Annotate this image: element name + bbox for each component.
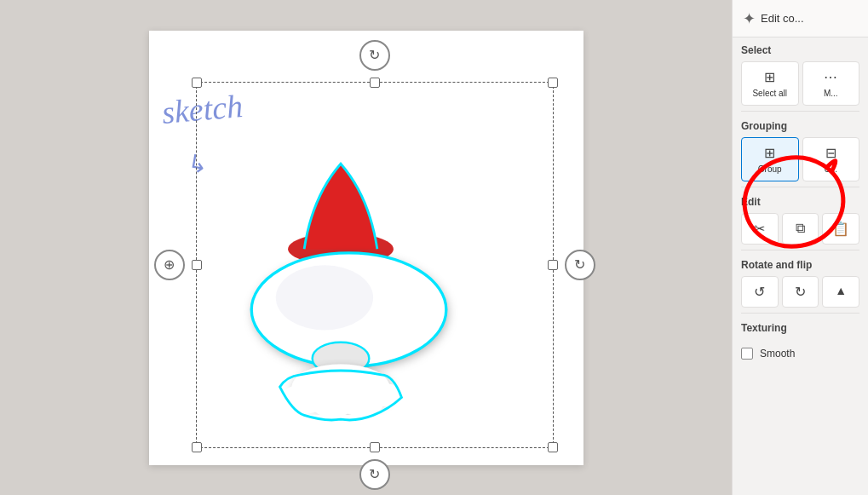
edit-section: Edit ✂ ⧉ 📋: [733, 189, 868, 248]
handle-br[interactable]: [548, 442, 558, 452]
select-more-icon: ⋯: [824, 69, 837, 85]
handle-tr[interactable]: [548, 78, 558, 88]
right-panel: ✦ Edit co... Select ⊞ Select all ⋯ M... …: [732, 0, 868, 495]
smooth-label: Smooth: [760, 348, 795, 360]
panel-header: ✦ Edit co...: [733, 0, 868, 37]
handle-bc[interactable]: [370, 442, 380, 452]
group-button[interactable]: ⊞ Group: [741, 137, 799, 181]
rotate-flip-buttons-row: ↺ ↻ ▲: [741, 276, 859, 308]
mushroom-object: [192, 99, 490, 440]
grouping-section-label: Grouping: [741, 120, 859, 132]
handle-mr[interactable]: [548, 260, 558, 270]
divider-2: [741, 187, 859, 187]
svg-point-3: [275, 265, 372, 330]
paste-icon: 📋: [832, 221, 849, 237]
select-more-button[interactable]: ⋯ M...: [802, 61, 860, 106]
grouping-buttons-row: ⊞ Group ⊟ U...: [741, 137, 859, 181]
select-section-label: Select: [741, 44, 859, 56]
texturing-label: Texturing: [741, 322, 859, 334]
smooth-row: Smooth: [733, 342, 868, 365]
panel-header-text: Edit co...: [761, 12, 804, 25]
cut-button[interactable]: ✂: [741, 213, 779, 245]
copy-icon: ⧉: [796, 221, 805, 236]
cut-icon: ✂: [754, 221, 765, 237]
panel-header-icon: ✦: [743, 9, 756, 28]
select-more-label: M...: [824, 89, 838, 98]
divider-4: [741, 313, 859, 314]
select-all-icon: ⊞: [764, 69, 775, 85]
divider-1: [741, 111, 859, 112]
texturing-section: Texturing: [733, 315, 868, 342]
rotate-left-icon: ↺: [754, 284, 765, 300]
rotate-right-button[interactable]: ↻: [782, 276, 819, 308]
edit-section-label: Edit: [741, 196, 859, 208]
select-section: Select ⊞ Select all ⋯ M...: [733, 37, 868, 109]
move-handle[interactable]: ⊕: [154, 250, 185, 280]
select-buttons-row: ⊞ Select all ⋯ M...: [741, 61, 859, 106]
ungroup-button[interactable]: ⊟ U...: [802, 137, 860, 181]
handle-tc[interactable]: [370, 78, 380, 88]
divider-3: [741, 250, 859, 250]
paste-button[interactable]: 📋: [822, 213, 859, 245]
group-label: Group: [758, 164, 782, 174]
rotate-left-button[interactable]: ↺: [741, 276, 779, 308]
white-canvas: sketch ↳: [149, 31, 583, 465]
rotate-flip-section: Rotate and flip ↺ ↻ ▲: [733, 252, 868, 311]
copy-button[interactable]: ⧉: [782, 213, 819, 245]
group-icon: ⊞: [764, 145, 775, 161]
rotate-right-icon: ↻: [795, 284, 806, 300]
smooth-checkbox[interactable]: [741, 348, 753, 360]
ungroup-label: U...: [824, 164, 837, 174]
select-all-button[interactable]: ⊞ Select all: [741, 61, 799, 106]
handle-tl[interactable]: [192, 78, 202, 88]
rotate-handle-bottom[interactable]: ↻: [359, 459, 390, 490]
edit-buttons-row: ✂ ⧉ 📋: [741, 213, 859, 245]
ungroup-icon: ⊟: [825, 145, 836, 161]
select-all-label: Select all: [752, 89, 787, 98]
flip-icon: ▲: [835, 284, 847, 297]
canvas-area: sketch ↳: [0, 0, 732, 495]
flip-button[interactable]: ▲: [822, 276, 859, 308]
handle-bl[interactable]: [192, 442, 202, 452]
rotate-handle-right[interactable]: ↻: [565, 250, 595, 280]
rotate-handle-top[interactable]: ↻: [359, 40, 390, 71]
rotate-flip-label: Rotate and flip: [741, 259, 859, 271]
grouping-section: Grouping ⊞ Group ⊟ U...: [733, 113, 868, 185]
